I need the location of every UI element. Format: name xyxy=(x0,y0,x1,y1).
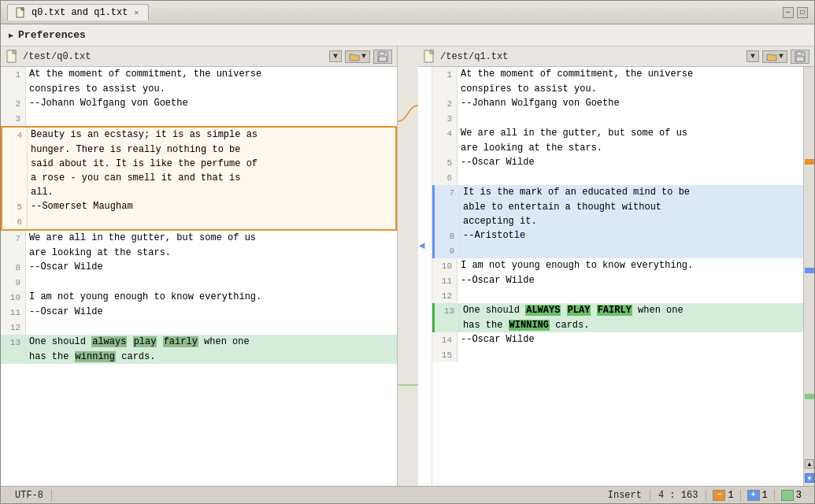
file-icon xyxy=(16,7,27,18)
status-bar: UTF-8 Insert 4 : 163 − 1 + 1 3 xyxy=(1,486,814,503)
table-row: 7 It is the mark of an educated mind to … xyxy=(435,185,803,200)
connector-svg xyxy=(398,46,418,440)
line-number: 12 xyxy=(1,320,26,335)
table-row: able to entertain a thought without xyxy=(435,200,803,214)
line-number: 9 xyxy=(1,275,26,290)
line-number: 5 xyxy=(432,155,458,170)
line-number: 1 xyxy=(1,67,26,82)
blue-badge-count: 1 xyxy=(762,490,768,501)
line-content: --Johann Wolfgang von Goethe xyxy=(458,96,803,111)
table-row: 4 Beauty is an ecstasy; it is as simple … xyxy=(2,128,395,143)
preferences-bar[interactable]: ▶ Preferences xyxy=(1,24,814,46)
table-row: 7 We are all in the gutter, but some of … xyxy=(1,231,397,246)
right-pane: /test/q1.txt ▼ ▼ xyxy=(418,46,814,486)
line-number: 11 xyxy=(1,305,26,320)
table-row: said about it. It is like the perfume of xyxy=(2,157,395,171)
right-pane-content[interactable]: 1 At the moment of commitment, the unive… xyxy=(432,67,803,486)
preferences-arrow[interactable]: ▶ xyxy=(9,31,13,40)
line-number: 1 xyxy=(432,67,458,82)
right-file-icon xyxy=(423,50,437,64)
table-row: are looking at the stars. xyxy=(1,246,397,260)
diff-block-green-right: 13 One should ALWAYS PLAY FAIRLY when on… xyxy=(432,303,803,332)
left-pane-header: /test/q0.txt ▼ ▼ xyxy=(1,46,397,67)
title-tab[interactable]: q0.txt and q1.txt ✕ xyxy=(7,4,149,20)
line-content: has the winning cards. xyxy=(26,350,397,364)
line-number xyxy=(435,214,460,228)
diff-area: /test/q0.txt ▼ ▼ xyxy=(1,46,814,486)
line-number: 2 xyxy=(1,96,26,111)
diff-badge-green: 3 xyxy=(775,490,808,501)
left-pane-content[interactable]: 1 At the moment of commitment, the unive… xyxy=(1,67,397,486)
line-content: We are all in the gutter, but some of us xyxy=(458,126,803,141)
table-row: 11 --Oscar Wilde xyxy=(432,273,803,288)
diff-badge-orange: − 1 xyxy=(706,490,740,501)
line-content xyxy=(458,111,803,126)
right-scrollbar[interactable]: ▲ ▼ xyxy=(803,67,814,486)
table-row: conspires to assist you. xyxy=(432,82,803,96)
table-row: 5 --Somerset Maugham xyxy=(2,199,395,214)
line-content: able to entertain a thought without xyxy=(460,200,803,214)
line-content: --Oscar Wilde xyxy=(26,260,397,275)
svg-rect-14 xyxy=(796,57,804,61)
table-row: 2 --Johann Wolfgang von Goethe xyxy=(1,96,397,111)
table-row: 5 --Oscar Wilde xyxy=(432,155,803,170)
title-bar: q0.txt and q1.txt ✕ − □ xyxy=(1,1,814,24)
left-folder-button[interactable]: ▼ xyxy=(345,50,370,63)
left-file-icon xyxy=(6,50,20,64)
line-number: 10 xyxy=(432,258,458,273)
table-row: has the winning cards. xyxy=(1,350,397,364)
left-path-dropdown[interactable]: ▼ xyxy=(329,50,342,62)
svg-rect-13 xyxy=(797,52,802,55)
line-content: conspires to assist you. xyxy=(26,82,397,96)
table-row: 15 xyxy=(432,347,803,362)
right-path-dropdown[interactable]: ▼ xyxy=(746,50,759,62)
line-number: 12 xyxy=(432,288,458,303)
right-save-button[interactable] xyxy=(791,50,809,64)
line-content: --Oscar Wilde xyxy=(458,273,803,288)
table-row: 13 One should ALWAYS PLAY FAIRLY when on… xyxy=(435,303,803,318)
table-row: 11 --Oscar Wilde xyxy=(1,305,397,320)
line-content: Beauty is an ecstasy; it is as simple as xyxy=(28,128,395,143)
table-row: 8 --Aristotle xyxy=(435,228,803,243)
orange-badge-icon: − xyxy=(713,490,725,501)
line-number xyxy=(2,143,28,157)
diff-badge-blue: + 1 xyxy=(741,490,775,501)
left-save-button[interactable] xyxy=(373,50,392,64)
maximize-button[interactable]: □ xyxy=(797,7,808,18)
right-folder-button[interactable]: ▼ xyxy=(762,50,787,63)
table-row: 9 xyxy=(1,275,397,290)
table-row: 14 --Oscar Wilde xyxy=(432,332,803,347)
line-content xyxy=(26,111,397,126)
scroll-down-arrow[interactable]: ▼ xyxy=(805,473,814,483)
line-content: I am not young enough to know everything… xyxy=(26,290,397,305)
table-row: a rose - you can smell it and that is xyxy=(2,171,395,185)
table-row: all. xyxy=(2,185,395,199)
line-number: 3 xyxy=(432,111,458,126)
right-dropdown-arrow: ▼ xyxy=(750,52,755,61)
line-number: 13 xyxy=(1,335,26,350)
scroll-up-arrow[interactable]: ▲ xyxy=(805,459,814,469)
tab-close-button[interactable]: ✕ xyxy=(132,8,140,17)
line-number: 11 xyxy=(432,273,458,288)
line-number: 15 xyxy=(432,347,458,362)
table-row: 2 --Johann Wolfgang von Goethe xyxy=(432,96,803,111)
line-content: --Oscar Wilde xyxy=(458,332,803,347)
table-row: has the WINNING cards. xyxy=(435,318,803,332)
encoding-status: UTF-8 xyxy=(7,490,52,501)
line-content: --Aristotle xyxy=(460,228,803,243)
line-content xyxy=(26,320,397,335)
line-number: 7 xyxy=(435,185,460,200)
table-row: hunger. There is really nothing to be xyxy=(2,143,395,157)
table-row: 10 I am not young enough to know everyth… xyxy=(1,290,397,305)
line-content: --Somerset Maugham xyxy=(28,199,395,214)
table-row: 13 One should always play fairly when on… xyxy=(1,335,397,350)
minimize-button[interactable]: − xyxy=(783,7,794,18)
line-number xyxy=(432,82,458,96)
line-number xyxy=(2,171,28,185)
line-number xyxy=(1,82,26,96)
line-content: --Johann Wolfgang von Goethe xyxy=(26,96,397,111)
table-row: 4 We are all in the gutter, but some of … xyxy=(432,126,803,141)
line-number: 6 xyxy=(2,214,28,229)
line-number xyxy=(435,318,460,332)
right-pane-gutter: ◄ xyxy=(418,67,432,486)
